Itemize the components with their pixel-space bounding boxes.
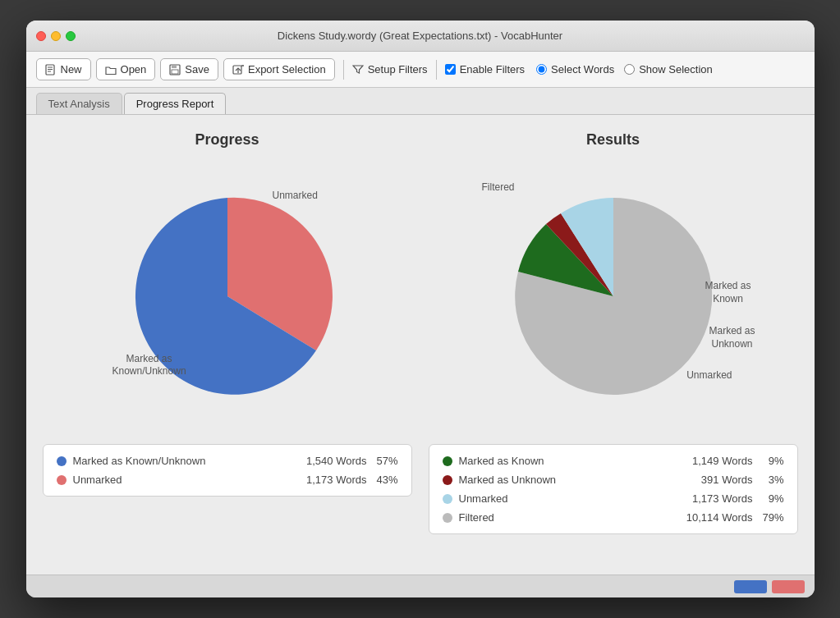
export-button[interactable]: Export Selection [223,58,335,80]
filter-icon [352,64,364,76]
known-legend-count: 1,149 Words [692,455,752,467]
main-content: Progress Unm [26,115,815,575]
progress-legend: Marked as Known/Unknown 1,540 Words 57% … [43,444,412,497]
show-selection-radio-label[interactable]: Show Selection [624,63,713,76]
progress-chart: Unmarked Marked as Known/Unknown [96,165,359,428]
tabs: Text Analysis Progress Report [26,88,815,115]
tab-text-analysis[interactable]: Text Analysis [36,93,122,114]
marked-legend-count: 1,540 Words [306,455,366,467]
new-label: New [61,63,82,76]
results-panel: Results [429,131,798,558]
results-title: Results [586,131,640,149]
unknown-legend-label: Marked as Unknown [459,474,695,486]
titlebar: Dickens Study.wordy (Great Expectations.… [26,21,815,52]
show-selection-radio[interactable] [624,64,635,75]
unmarked-legend-pct: 43% [374,474,398,486]
svg-rect-6 [172,70,178,74]
maximize-button[interactable] [66,31,76,41]
select-words-radio-label[interactable]: Select Words [536,63,614,76]
results-chart: Filtered Marked as Known Marked as Unkno… [482,165,745,428]
unknown-dot [443,475,452,485]
filtered-legend-label: Filtered [459,511,680,524]
status-swatch-blue [734,580,767,593]
known-legend-pct: 9% [760,455,784,467]
filtered-legend-count: 10,114 Words [686,511,753,524]
results-legend: Marked as Known 1,149 Words 9% Marked as… [429,444,798,534]
close-button[interactable] [36,31,46,41]
marked-dot [57,456,67,466]
results-unmarked-legend-pct: 9% [760,492,784,505]
enable-filters-checkbox[interactable] [445,64,456,75]
separator-2 [436,60,437,80]
open-icon [105,64,117,76]
progress-title: Progress [195,131,259,149]
select-words-label: Select Words [551,63,614,76]
unmarked-legend-count: 1,173 Words [306,474,366,486]
results-filtered-label: Filtered [482,181,515,195]
known-legend-label: Marked as Known [459,455,686,467]
app-window: Dickens Study.wordy (Great Expectations.… [26,21,815,597]
export-icon [232,64,244,76]
results-unknown-label: Marked as Unknown [700,325,765,350]
open-label: Open [121,63,147,76]
save-label: Save [185,63,209,76]
legend-item-marked-unknown: Marked as Unknown 391 Words 3% [443,474,784,486]
legend-item-unmarked: Unmarked 1,173 Words 43% [57,474,398,486]
enable-filters-label: Enable Filters [460,63,525,76]
toolbar: New Open Save Export Selection [26,52,815,88]
marked-legend-label: Marked as Known/Unknown [73,455,301,467]
enable-filters-group: Enable Filters [445,63,525,76]
svg-rect-5 [172,65,177,68]
window-title: Dickens Study.wordy (Great Expectations.… [278,30,562,42]
new-button[interactable]: New [36,58,91,80]
progress-unmarked-label: Unmarked [273,190,318,203]
filtered-dot [443,513,452,523]
results-unmarked-legend-count: 1,173 Words [692,492,752,505]
results-unmarked-dot [443,494,452,504]
marked-legend-pct: 57% [374,455,398,467]
tab-progress-report[interactable]: Progress Report [124,93,227,114]
legend-item-filtered: Filtered 10,114 Words 79% [443,511,784,524]
unmarked-legend-label: Unmarked [73,474,301,486]
unmarked-dot [57,475,67,485]
results-known-label: Marked as Known [695,280,761,305]
status-swatch-pink [772,580,805,593]
known-dot [443,456,452,466]
setup-filters-group: Setup Filters [352,63,428,76]
progress-marked-label: Marked as Known/Unknown [112,353,186,378]
setup-filters-label: Setup Filters [368,63,428,76]
legend-item-marked: Marked as Known/Unknown 1,540 Words 57% [57,455,398,467]
open-button[interactable]: Open [96,58,156,80]
progress-panel: Progress Unm [43,131,412,558]
filtered-legend-pct: 79% [760,511,784,524]
minimize-button[interactable] [51,31,61,41]
unknown-legend-count: 391 Words [701,474,753,486]
legend-item-marked-known: Marked as Known 1,149 Words 9% [443,455,784,467]
unknown-legend-pct: 3% [760,474,784,486]
setup-filters-button[interactable]: Setup Filters [368,63,428,76]
results-unmarked-label: Unmarked [686,369,732,382]
select-words-radio[interactable] [536,64,547,75]
results-unmarked-legend-label: Unmarked [459,492,686,505]
progress-pie-svg [96,165,359,428]
new-icon [45,64,57,76]
statusbar [26,575,815,597]
show-selection-label: Show Selection [639,63,713,76]
export-label: Export Selection [248,63,326,76]
view-mode-group: Select Words Show Selection [536,63,713,76]
legend-item-results-unmarked: Unmarked 1,173 Words 9% [443,492,784,505]
separator-1 [343,60,344,80]
save-icon [169,64,181,76]
traffic-lights [36,31,76,41]
save-button[interactable]: Save [160,58,218,80]
